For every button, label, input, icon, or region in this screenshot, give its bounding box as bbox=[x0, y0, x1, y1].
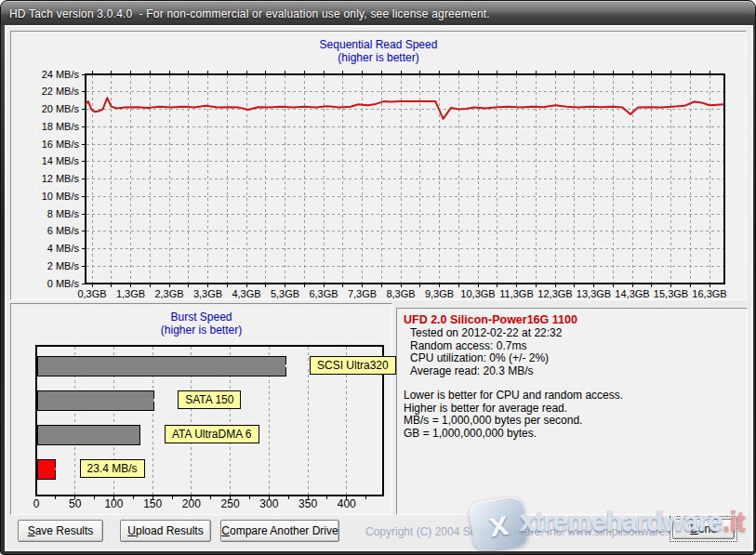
window-title: HD Tach version 3.0.4.0 - For non-commer… bbox=[9, 7, 490, 20]
seq-y-tick-label: 8 MB/s bbox=[14, 208, 79, 219]
done-button-focus-frame: Done bbox=[670, 516, 737, 542]
info-note-higher: Higher is better for average read. bbox=[404, 403, 740, 416]
burst-x-tick-label: 300 bbox=[248, 497, 289, 510]
burst-x-tick-label: 150 bbox=[132, 497, 173, 510]
seq-x-tick-label: 16,3GB bbox=[683, 288, 736, 299]
burst-speed-panel: Burst Speed (higher is better) SCSI Ultr… bbox=[10, 303, 392, 515]
compare-another-drive-button[interactable]: Compare Another Drive bbox=[220, 520, 339, 542]
burst-bar-label: SCSI Ultra320 bbox=[310, 356, 396, 375]
drive-info-panel: UFD 2.0 Silicon-Power16G 1100 Tested on … bbox=[396, 308, 748, 515]
seq-y-tick-label: 6 MB/s bbox=[14, 225, 79, 236]
hdtach-window: HD Tach version 3.0.4.0 - For non-commer… bbox=[0, 0, 756, 555]
seq-read-plot bbox=[78, 67, 732, 291]
done-button[interactable]: Done bbox=[672, 519, 735, 539]
info-average-read: Average read: 20.3 MB/s bbox=[404, 365, 740, 378]
burst-x-tick-label: 100 bbox=[93, 497, 134, 510]
seq-y-tick-label: 16 MB/s bbox=[14, 139, 79, 150]
burst-x-tick-label: 0 bbox=[16, 497, 57, 510]
burst-x-tick-label: 350 bbox=[287, 497, 328, 510]
seq-y-tick-label: 10 MB/s bbox=[14, 191, 79, 202]
info-note-gb: GB = 1,000,000,000 bytes. bbox=[404, 428, 740, 441]
burst-x-tick-label: 200 bbox=[171, 497, 212, 510]
seq-y-tick-label: 24 MB/s bbox=[14, 69, 79, 80]
title-bar: HD Tach version 3.0.4.0 - For non-commer… bbox=[1, 1, 755, 25]
seq-y-tick-label: 0 MB/s bbox=[14, 278, 79, 289]
info-tested-on: Tested on 2012-02-22 at 22:32 bbox=[404, 327, 740, 340]
info-note-mbs: MB/s = 1,000,000 bytes per second. bbox=[404, 415, 740, 428]
info-random-access: Random access: 0.7ms bbox=[404, 340, 740, 353]
save-results-button[interactable]: Save Results bbox=[18, 520, 103, 542]
burst-bar-label: ATA UltraDMA 6 bbox=[165, 425, 259, 443]
seq-y-tick-label: 20 MB/s bbox=[14, 103, 79, 114]
burst-x-tick-label: 250 bbox=[210, 497, 251, 510]
seq-chart-subtitle: (higher is better) bbox=[11, 51, 746, 64]
drive-title: UFD 2.0 Silicon-Power16G 1100 bbox=[404, 313, 740, 327]
sequential-read-panel: Sequential Read Speed (higher is better)… bbox=[10, 31, 747, 300]
info-note-lower: Lower is better for CPU and random acces… bbox=[404, 390, 740, 403]
copyright-text: Copyright (C) 2004 Simpli Software, Inc.… bbox=[365, 525, 672, 538]
seq-y-tick-label: 2 MB/s bbox=[14, 260, 79, 271]
seq-y-tick-label: 14 MB/s bbox=[14, 155, 79, 166]
seq-y-tick-label: 22 MB/s bbox=[14, 86, 79, 97]
burst-chart-subtitle: (higher is better) bbox=[11, 324, 391, 337]
burst-x-tick-label: 50 bbox=[55, 497, 96, 510]
burst-chart-title: Burst Speed bbox=[11, 311, 391, 324]
seq-y-tick-label: 12 MB/s bbox=[14, 173, 79, 184]
seq-y-tick-label: 4 MB/s bbox=[14, 243, 79, 254]
burst-x-tick-label: 400 bbox=[326, 497, 367, 510]
seq-chart-title: Sequential Read Speed bbox=[11, 38, 746, 51]
seq-y-tick-label: 18 MB/s bbox=[14, 121, 79, 132]
burst-bar-label: SATA 150 bbox=[178, 390, 241, 409]
info-cpu-utilization: CPU utilization: 0% (+/- 2%) bbox=[404, 352, 740, 365]
client-area: Sequential Read Speed (higher is better)… bbox=[5, 25, 753, 551]
burst-bar-label: 23.4 MB/s bbox=[80, 459, 145, 478]
upload-results-button[interactable]: Upload Results bbox=[120, 520, 211, 542]
